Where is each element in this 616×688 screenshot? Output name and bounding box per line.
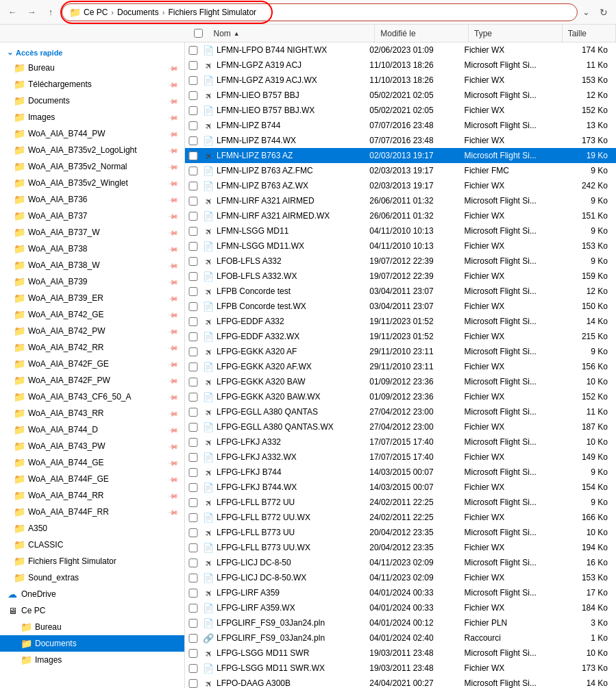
this-pc-item-images[interactable]: 📁Images bbox=[0, 652, 184, 668]
sidebar-item-woa-aia-b735v2-logolight[interactable]: 📁WoA_AIA_B735v2_LogoLight📌 bbox=[0, 142, 184, 158]
sidebar-item-t-l-chargements[interactable]: 📁Téléchargements📌 bbox=[0, 76, 184, 93]
table-row[interactable]: ✈LFPG-LFKJ B74414/03/2015 00:07Microsoft… bbox=[185, 465, 616, 480]
select-all-checkbox[interactable] bbox=[192, 29, 205, 38]
sidebar-item-images[interactable]: 📁Images📌 bbox=[0, 109, 184, 125]
table-row[interactable]: ✈LFPG-EDDF A33219/11/2023 01:52Microsoft… bbox=[185, 314, 616, 329]
breadcrumb-ffs[interactable]: Fichiers Flight Simulator bbox=[168, 8, 256, 17]
table-row[interactable]: 📄LFPG-LFKJ A332.WX17/07/2015 17:40Fichie… bbox=[185, 450, 616, 465]
table-row[interactable]: 📄LFPG-EGKK A320 AF.WX29/11/2010 23:11Fic… bbox=[185, 359, 616, 374]
sidebar-item-woa-aia-b738-w[interactable]: 📁WoA_AIA_B738_W📌 bbox=[0, 257, 184, 273]
row-checkbox[interactable] bbox=[188, 634, 199, 643]
this-pc-item-bureau[interactable]: 📁Bureau bbox=[0, 619, 184, 635]
sidebar-item-documents[interactable]: 📁Documents📌 bbox=[0, 93, 184, 109]
row-checkbox[interactable] bbox=[188, 589, 199, 598]
sidebar-item-woa-aia-b742-rr[interactable]: 📁WoA_AIA_B742_RR📌 bbox=[0, 339, 184, 356]
row-checkbox[interactable] bbox=[188, 543, 199, 552]
table-row[interactable]: 📄LFMN-LIPZ B763 AZ.FMC02/03/2013 19:17Fi… bbox=[185, 163, 616, 178]
row-checkbox[interactable] bbox=[188, 317, 199, 326]
table-row[interactable]: ✈LFMN-LIRF A321 AIRMED26/06/2011 01:32Mi… bbox=[185, 193, 616, 208]
row-checkbox[interactable] bbox=[188, 197, 199, 206]
sidebar-item-woa-aia-b744-pw[interactable]: 📁WoA_AIA_B744_PW📌 bbox=[0, 125, 184, 142]
row-checkbox[interactable] bbox=[188, 167, 199, 175]
row-checkbox[interactable] bbox=[188, 61, 199, 70]
row-checkbox[interactable] bbox=[188, 136, 199, 145]
sidebar-item-woa-aia-b737-w[interactable]: 📁WoA_AIA_B737_W📌 bbox=[0, 224, 184, 241]
sidebar-item-bureau[interactable]: 📁Bureau📌 bbox=[0, 60, 184, 76]
row-checkbox[interactable] bbox=[188, 347, 199, 356]
sidebar-item-woa-aia-b744f-ge[interactable]: 📁WoA_AIA_B744F_GE📌 bbox=[0, 471, 184, 487]
quick-access-header[interactable]: ⌄ Accès rapide bbox=[0, 45, 184, 60]
table-row[interactable]: ✈LFPG-LFKJ A33217/07/2015 17:40Microsoft… bbox=[185, 434, 616, 450]
row-checkbox[interactable] bbox=[188, 91, 199, 100]
sidebar-item-woa-aia-b744-d[interactable]: 📁WoA_AIA_B744_D📌 bbox=[0, 421, 184, 438]
sidebar-item-woa-aia-b744f-rr[interactable]: 📁WoA_AIA_B744F_RR📌 bbox=[0, 504, 184, 520]
row-checkbox[interactable] bbox=[188, 227, 199, 236]
col-header-type[interactable]: Type bbox=[469, 25, 563, 42]
row-checkbox[interactable] bbox=[188, 393, 199, 402]
refresh-button[interactable]: ↻ bbox=[595, 4, 612, 21]
row-checkbox[interactable] bbox=[188, 574, 199, 582]
sidebar-item-woa-aia-b742-ge[interactable]: 📁WoA_AIA_B742_GE📌 bbox=[0, 306, 184, 323]
table-row[interactable]: ✈LFMN-LGPZ A319 ACJ11/10/2013 18:26Micro… bbox=[185, 58, 616, 73]
table-row[interactable]: ✈LFOB-LFLS A33219/07/2012 22:39Microsoft… bbox=[185, 254, 616, 269]
row-checkbox[interactable] bbox=[188, 257, 199, 266]
table-row[interactable]: ✈LFMN-LSGG MD1104/11/2010 10:13Microsoft… bbox=[185, 223, 616, 238]
sidebar-item-woa-aia-b743-pw[interactable]: 📁WoA_AIA_B743_PW📌 bbox=[0, 438, 184, 454]
col-header-size[interactable]: Taille bbox=[563, 25, 616, 42]
row-checkbox[interactable] bbox=[188, 76, 199, 85]
dropdown-button[interactable]: ⌄ bbox=[578, 4, 594, 21]
row-checkbox[interactable] bbox=[188, 453, 199, 462]
table-row[interactable]: ✈LFPO-DAAG A300B24/04/2021 00:27Microsof… bbox=[185, 676, 616, 688]
table-row[interactable]: 🔗LFPGLIRF_FS9_03Jan24.pln04/01/2024 02:4… bbox=[185, 630, 616, 646]
table-row[interactable]: ✈LFPG-EGKK A320 AF29/11/2010 23:11Micros… bbox=[185, 344, 616, 359]
table-row[interactable]: 📄LFMN-LIPZ B744.WX07/07/2016 23:48Fichie… bbox=[185, 133, 616, 148]
row-checkbox[interactable] bbox=[188, 242, 199, 251]
sidebar-item-this-pc[interactable]: 🖥 Ce PC bbox=[0, 602, 184, 619]
row-checkbox[interactable] bbox=[188, 468, 199, 477]
sidebar-item-classic[interactable]: 📁CLASSIC bbox=[0, 537, 184, 553]
row-checkbox[interactable] bbox=[188, 664, 199, 673]
table-row[interactable]: 📄LFPG-EGKK A320 BAW.WX01/09/2012 23:36Fi… bbox=[185, 389, 616, 404]
table-row[interactable]: ✈LFPB Concorde test03/04/2011 23:07Micro… bbox=[185, 284, 616, 299]
sidebar-item-fichiers-flight-simulator[interactable]: 📁Fichiers Flight Simulator bbox=[0, 553, 184, 569]
sidebar-item-a350[interactable]: 📁A350 bbox=[0, 520, 184, 537]
sidebar-item-woa-aia-b735v2-winglet[interactable]: 📁WoA_AIA_B735v2_Winglet📌 bbox=[0, 175, 184, 191]
table-row[interactable]: ✈LFPG-EGLL A380 QANTAS27/04/2012 23:00Mi… bbox=[185, 404, 616, 419]
row-checkbox[interactable] bbox=[188, 212, 199, 221]
sidebar-item-woa-aia-b744-ge[interactable]: 📁WoA_AIA_B744_GE📌 bbox=[0, 454, 184, 471]
sidebar-item-woa-aia-b739[interactable]: 📁WoA_AIA_B739📌 bbox=[0, 273, 184, 290]
sidebar-item-woa-aia-b737[interactable]: 📁WoA_AIA_B737📌 bbox=[0, 208, 184, 224]
row-checkbox[interactable] bbox=[188, 619, 199, 628]
table-row[interactable]: 📄LFPG-LFLL B773 UU.WX20/04/2012 23:35Fic… bbox=[185, 540, 616, 555]
row-checkbox[interactable] bbox=[188, 106, 199, 115]
sidebar-item-woa-aia-b742-pw[interactable]: 📁WoA_AIA_B742_PW📌 bbox=[0, 323, 184, 339]
table-row[interactable]: 📄LFMN-LIEO B757 BBJ.WX05/02/2021 02:05Fi… bbox=[185, 103, 616, 118]
sidebar-item-woa-aia-b738[interactable]: 📁WoA_AIA_B738📌 bbox=[0, 241, 184, 257]
table-row[interactable]: ✈LFPG-EGKK A320 BAW01/09/2012 23:36Micro… bbox=[185, 374, 616, 389]
row-checkbox[interactable] bbox=[188, 679, 199, 688]
table-row[interactable]: ✈LFPG-LFLL B773 UU20/04/2012 23:35Micros… bbox=[185, 525, 616, 540]
breadcrumb-pc[interactable]: Ce PC bbox=[84, 8, 108, 17]
table-row[interactable]: 📄LFOB-LFLS A332.WX19/07/2012 22:39Fichie… bbox=[185, 269, 616, 284]
breadcrumb-docs[interactable]: Documents bbox=[117, 8, 159, 17]
table-row[interactable]: 📄LFMN-LIRF A321 AIRMED.WX26/06/2011 01:3… bbox=[185, 208, 616, 223]
row-checkbox[interactable] bbox=[188, 46, 199, 55]
table-row[interactable]: ✈LFPG-LSGG MD11 SWR19/03/2011 23:48Micro… bbox=[185, 646, 616, 661]
table-row[interactable]: 📄LFPGLIRF_FS9_03Jan24.pln04/01/2024 00:1… bbox=[185, 615, 616, 630]
row-checkbox[interactable] bbox=[188, 513, 199, 522]
sidebar-item-woa-aia-b742f-pw[interactable]: 📁WoA_AIA_B742F_PW📌 bbox=[0, 372, 184, 389]
table-row[interactable]: 📄LFPG-LIRF A359.WX04/01/2024 00:33Fichie… bbox=[185, 600, 616, 615]
sidebar-item-onedrive[interactable]: ☁ OneDrive bbox=[0, 586, 184, 602]
table-row[interactable]: 📄LFPG-EDDF A332.WX19/11/2023 01:52Fichie… bbox=[185, 329, 616, 344]
row-checkbox[interactable] bbox=[188, 287, 199, 296]
row-checkbox[interactable] bbox=[188, 302, 199, 311]
col-header-modified[interactable]: Modifié le bbox=[375, 25, 469, 42]
breadcrumb[interactable]: 📁 Ce PC › Documents › Fichiers Flight Si… bbox=[62, 3, 578, 21]
table-row[interactable]: 📄LFMN-LGPZ A319 ACJ.WX11/10/2013 18:26Fi… bbox=[185, 73, 616, 88]
row-checkbox[interactable] bbox=[188, 363, 199, 371]
row-checkbox[interactable] bbox=[188, 423, 199, 432]
row-checkbox[interactable] bbox=[188, 408, 199, 417]
row-checkbox[interactable] bbox=[188, 378, 199, 386]
back-button[interactable]: ← bbox=[4, 4, 21, 21]
table-row[interactable]: ✈LFMN-LIPZ B763 AZ02/03/2013 19:17Micros… bbox=[185, 148, 616, 163]
